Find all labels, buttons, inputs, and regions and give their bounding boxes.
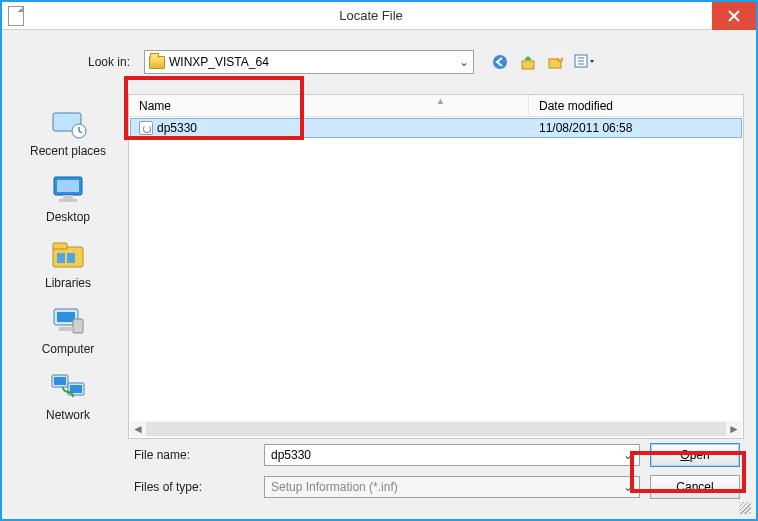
locate-file-dialog: Locate File Look in: WINXP_VISTA_64 ⌄ ✦ — [0, 0, 758, 521]
desktop-icon — [48, 172, 88, 208]
column-header-date[interactable]: Date modified — [529, 95, 743, 116]
cancel-button[interactable]: Cancel — [650, 475, 740, 499]
network-icon — [48, 370, 88, 406]
filetype-label: Files of type: — [134, 480, 254, 494]
recent-places-icon — [48, 106, 88, 142]
back-arrow-icon — [492, 54, 508, 70]
file-list: Name ▲ Date modified dp5330 11/08/2011 0… — [128, 94, 744, 439]
back-button[interactable] — [490, 52, 510, 72]
svg-rect-26 — [70, 385, 82, 393]
scroll-track[interactable] — [146, 422, 726, 436]
svg-rect-17 — [57, 253, 65, 263]
sidebar-item-network[interactable]: Network — [14, 366, 122, 428]
sidebar-item-recent-places[interactable]: Recent places — [14, 102, 122, 164]
chevron-down-icon: ⌄ — [459, 55, 469, 69]
sort-ascending-icon: ▲ — [436, 96, 445, 106]
svg-rect-13 — [63, 195, 73, 199]
svg-text:✦: ✦ — [555, 54, 564, 64]
lookin-row: Look in: WINXP_VISTA_64 ⌄ ✦ — [4, 32, 754, 84]
view-menu-icon — [574, 54, 594, 70]
lookin-value: WINXP_VISTA_64 — [169, 55, 269, 69]
lookin-toolbar: ✦ — [490, 52, 594, 72]
body-row: Recent places Desktop Libraries — [14, 94, 744, 439]
svg-rect-20 — [57, 312, 75, 322]
libraries-icon — [48, 238, 88, 274]
sidebar-item-label: Desktop — [46, 210, 90, 224]
scroll-right-button[interactable]: ► — [726, 421, 742, 437]
view-menu-button[interactable] — [574, 52, 594, 72]
new-folder-button[interactable]: ✦ — [546, 52, 566, 72]
sidebar-item-libraries[interactable]: Libraries — [14, 234, 122, 296]
titlebar: Locate File — [2, 2, 756, 30]
sidebar-item-label: Libraries — [45, 276, 91, 290]
svg-rect-22 — [59, 327, 73, 331]
lookin-dropdown[interactable]: WINXP_VISTA_64 ⌄ — [144, 50, 474, 74]
sidebar-item-label: Recent places — [30, 144, 106, 158]
sidebar-item-label: Computer — [42, 342, 95, 356]
window-title: Locate File — [30, 8, 712, 23]
sidebar-item-desktop[interactable]: Desktop — [14, 168, 122, 230]
column-header-name[interactable]: Name — [129, 95, 529, 116]
svg-rect-25 — [54, 377, 66, 385]
places-sidebar: Recent places Desktop Libraries — [14, 94, 122, 439]
folder-icon — [149, 56, 165, 69]
svg-point-0 — [493, 55, 507, 69]
file-row[interactable]: dp5330 11/08/2011 06:58 — [130, 118, 742, 138]
computer-icon — [48, 304, 88, 340]
up-one-level-button[interactable] — [518, 52, 538, 72]
sidebar-item-computer[interactable]: Computer — [14, 300, 122, 362]
dialog-content: Look in: WINXP_VISTA_64 ⌄ ✦ — [4, 32, 754, 517]
svg-rect-16 — [53, 243, 67, 249]
lookin-label: Look in: — [14, 55, 136, 69]
resize-grip[interactable] — [739, 502, 751, 514]
bottom-controls: File name: dp5330 ⌄ Open Files of type: … — [134, 443, 740, 507]
svg-rect-14 — [59, 199, 77, 202]
svg-rect-21 — [73, 319, 83, 333]
scroll-left-button[interactable]: ◄ — [130, 421, 146, 437]
filename-input[interactable]: dp5330 ⌄ — [264, 444, 640, 466]
chevron-down-icon: ⌄ — [623, 480, 633, 494]
chevron-down-icon[interactable]: ⌄ — [623, 448, 633, 462]
close-icon — [728, 10, 740, 22]
inf-file-icon — [139, 121, 153, 135]
svg-rect-12 — [57, 180, 79, 192]
column-header-row: Name ▲ Date modified — [129, 95, 743, 117]
file-name-cell: dp5330 — [131, 121, 529, 135]
filename-label: File name: — [134, 448, 254, 462]
close-button[interactable] — [712, 2, 756, 30]
new-folder-icon: ✦ — [548, 54, 564, 70]
document-icon — [8, 6, 24, 26]
up-arrow-icon — [520, 54, 536, 70]
open-button[interactable]: Open — [650, 443, 740, 467]
svg-rect-18 — [67, 253, 75, 263]
file-date-cell: 11/08/2011 06:58 — [529, 121, 632, 135]
filetype-dropdown: Setup Information (*.inf) ⌄ — [264, 476, 640, 498]
horizontal-scrollbar[interactable]: ◄ ► — [130, 421, 742, 437]
svg-rect-1 — [522, 61, 534, 69]
sidebar-item-label: Network — [46, 408, 90, 422]
